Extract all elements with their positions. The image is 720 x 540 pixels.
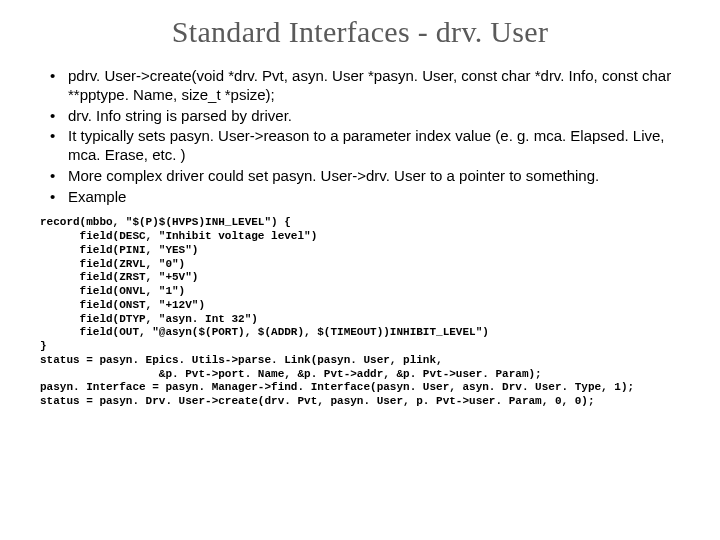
slide-title: Standard Interfaces - drv. User — [40, 15, 680, 49]
slide: Standard Interfaces - drv. User pdrv. Us… — [0, 0, 720, 540]
bullet-list: pdrv. User->create(void *drv. Pvt, asyn.… — [40, 67, 680, 206]
bullet-item: drv. Info string is parsed by driver. — [68, 107, 680, 126]
bullet-item: pdrv. User->create(void *drv. Pvt, asyn.… — [68, 67, 680, 105]
code-block: record(mbbo, "$(P)$(HVPS)INH_LEVEL") { f… — [40, 216, 680, 409]
bullet-item: Example — [68, 188, 680, 207]
bullet-item: It typically sets pasyn. User->reason to… — [68, 127, 680, 165]
bullet-item: More complex driver could set pasyn. Use… — [68, 167, 680, 186]
